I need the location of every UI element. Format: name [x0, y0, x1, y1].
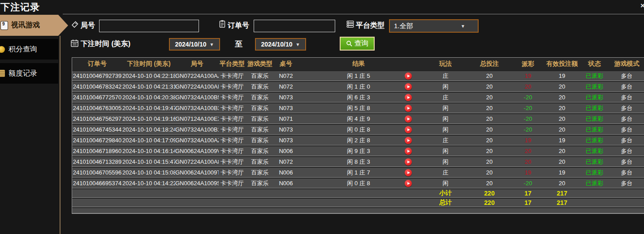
- cell-total-bet: 20: [467, 102, 512, 113]
- cell-platform: 卡卡湾厅: [219, 178, 246, 188]
- total-label: 总计: [424, 198, 467, 207]
- cell-status: 已派彩: [580, 156, 609, 167]
- col-header-replay: [393, 58, 424, 70]
- sidebar-item-label: 视讯游戏: [11, 21, 40, 30]
- play-video-button[interactable]: [405, 169, 412, 176]
- betting-records-window: 下注记录 × 9 视讯游戏 积分查询 额度记录 局号 订单号 平台类型 1.全部…: [0, 0, 644, 234]
- chevron-down-icon: ▼: [296, 42, 300, 47]
- sidebar-item-points-query[interactable]: 积分查询: [0, 39, 58, 60]
- cell-order-no: 241010046783242: [72, 81, 122, 92]
- play-video-button[interactable]: [405, 126, 412, 133]
- sidebar-item-video-games[interactable]: 9 视讯游戏: [0, 15, 58, 36]
- play-video-button[interactable]: [405, 137, 412, 144]
- play-icon: [407, 118, 410, 120]
- date-from-select[interactable]: 2024/10/10 ▼: [169, 38, 220, 51]
- play-icon: [407, 107, 410, 110]
- cell-total-bet: 20: [467, 81, 512, 92]
- cell-round-no: GN07324A100AZ: [175, 135, 219, 145]
- table-row: 2410100467630052024-10-10 04:19:47GN0732…: [72, 102, 644, 113]
- cell-status: 已派彩: [580, 167, 609, 178]
- play-icon: [407, 171, 410, 174]
- cell-replay: [393, 81, 424, 92]
- play-video-button[interactable]: [405, 115, 412, 123]
- cell-order-no: 241010046695374: [72, 178, 122, 188]
- cell-table-no: N006: [274, 167, 298, 178]
- cell-table-no: N073: [274, 102, 298, 113]
- cell-play: 闲: [424, 124, 467, 135]
- cell-table-no: N071: [274, 113, 298, 124]
- platform-type-value: 1.全部: [394, 22, 413, 30]
- search-button[interactable]: 查询: [340, 37, 375, 51]
- sidebar-item-quota-records[interactable]: 额度记录: [0, 63, 58, 84]
- total-payout: 17: [512, 198, 544, 207]
- cell-status: 已派彩: [580, 102, 609, 113]
- table-row: 2410100467562972024-10-10 04:19:16GN0712…: [72, 113, 644, 124]
- order-number-input[interactable]: [254, 20, 335, 32]
- cell-platform: 卡卡湾厅: [219, 124, 246, 135]
- cell-order-no: 241010046718960: [72, 145, 122, 156]
- play-video-button[interactable]: [405, 83, 412, 90]
- platform-type-select[interactable]: 1.全部 ▼: [389, 19, 479, 33]
- cell-play: 闲: [424, 81, 467, 92]
- chevron-down-icon: ▼: [210, 42, 214, 47]
- cell-payout: 19: [512, 167, 544, 178]
- play-video-button[interactable]: [405, 158, 412, 166]
- play-icon: [407, 150, 410, 153]
- cell-total-bet: 20: [467, 70, 512, 81]
- cell-payout: -20: [512, 178, 544, 188]
- close-icon[interactable]: ×: [640, 1, 644, 10]
- play-video-button[interactable]: [405, 148, 412, 155]
- cell-game-type: 百家乐: [246, 135, 274, 145]
- cell-result: 闲 2 庄 8: [298, 135, 393, 145]
- cell-total-bet: 20: [467, 124, 512, 135]
- col-header-order-no: 订单号: [72, 58, 122, 70]
- table-row: 2410100467189602024-10-10 04:16:14GN0062…: [72, 145, 644, 156]
- col-header-platform: 平台类型: [219, 58, 246, 70]
- col-header-valid-bet: 有效投注额: [544, 58, 580, 70]
- play-video-button[interactable]: [405, 72, 412, 80]
- col-header-round-no: 局号: [175, 58, 219, 70]
- cell-replay: [393, 156, 424, 167]
- cell-status: 已派彩: [580, 70, 609, 81]
- cell-payout: -20: [512, 92, 544, 102]
- cell-total-bet: 20: [467, 156, 512, 167]
- cell-bet-time: 2024-10-10 04:16:14: [122, 145, 175, 156]
- table-row: 2410100467298402024-10-10 04:17:09GN0732…: [72, 135, 644, 145]
- cell-play: 闲: [424, 145, 467, 156]
- play-icon: [407, 75, 410, 77]
- cell-valid-bet: 20: [544, 102, 580, 113]
- cell-table-no: N073: [274, 124, 298, 135]
- play-video-button[interactable]: [405, 105, 412, 112]
- cell-bet-time: 2024-10-10 04:18:24: [122, 124, 175, 135]
- cell-status: 已派彩: [580, 81, 609, 92]
- page-title: 下注记录: [0, 1, 40, 13]
- sidebar-item-label: 积分查询: [9, 45, 37, 54]
- title-divider: [63, 14, 644, 14]
- cell-bet-time: 2024-10-10 04:17:09: [122, 135, 175, 145]
- cell-play: 闲: [424, 178, 467, 188]
- play-video-button[interactable]: [405, 180, 412, 187]
- cell-order-no: 241010046713289: [72, 156, 122, 167]
- play-video-button[interactable]: [405, 94, 412, 101]
- cell-total-bet: 20: [467, 167, 512, 178]
- cell-round-no: GN07224A100AJ: [175, 70, 219, 81]
- col-header-result: 结果: [298, 58, 393, 70]
- col-header-bet-time: 下注时间 (美东): [122, 58, 175, 70]
- col-header-status: 状态: [580, 58, 609, 70]
- round-number-input[interactable]: [99, 20, 199, 32]
- cell-bet-time: 2024-10-10 04:19:16: [122, 113, 175, 124]
- sidebar-divider: [60, 36, 61, 234]
- cell-status: 已派彩: [580, 113, 609, 124]
- play-icon: [407, 96, 410, 99]
- date-to-select[interactable]: 2024/10/10 ▼: [255, 38, 306, 51]
- cell-round-no: GN00624A1009S: [175, 178, 219, 188]
- cell-platform: 卡卡湾厅: [219, 135, 246, 145]
- cell-replay: [393, 124, 424, 135]
- cell-valid-bet: 19: [544, 70, 580, 81]
- cell-replay: [393, 113, 424, 124]
- cell-game-mode: 多台: [609, 145, 644, 156]
- cell-bet-time: 2024-10-10 04:15:08: [122, 167, 175, 178]
- subtotal-mode: [609, 188, 644, 198]
- cell-game-mode: 多台: [609, 70, 644, 81]
- cell-round-no: GN07324A100B3: [175, 102, 219, 113]
